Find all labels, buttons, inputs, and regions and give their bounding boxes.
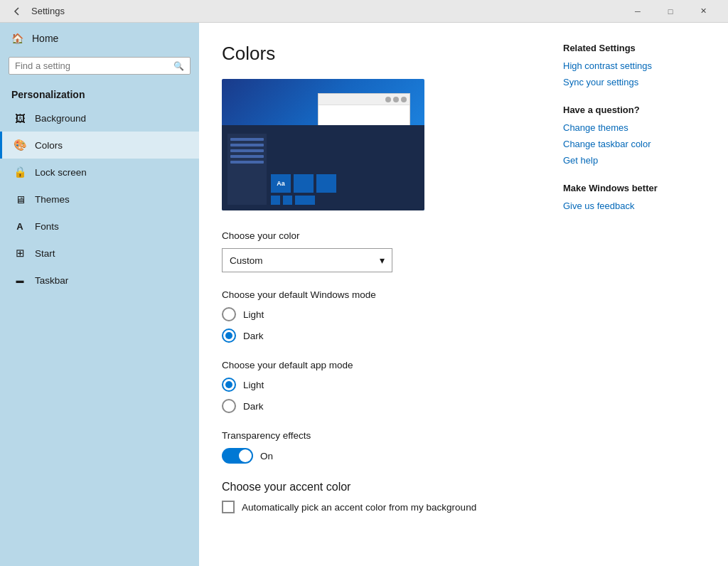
windows-mode-light[interactable]: Light xyxy=(222,307,540,321)
home-label: Home xyxy=(32,33,58,44)
color-dropdown[interactable]: Custom ▾ xyxy=(222,248,392,272)
fonts-icon: A xyxy=(14,220,26,233)
minimize-button[interactable]: ─ xyxy=(621,0,654,23)
transparency-toggle-row: On xyxy=(222,448,540,464)
color-preview: Sample Text Aa xyxy=(222,79,424,210)
app-mode-dark[interactable]: Dark xyxy=(222,399,540,413)
app-mode-label: Choose your default app mode xyxy=(222,360,540,370)
colors-icon: 🎨 xyxy=(14,139,26,151)
color-select-section: Choose your color Custom ▾ xyxy=(222,230,540,272)
sidebar-item-start[interactable]: ⊞ Start xyxy=(0,240,199,267)
preview-btn-min xyxy=(385,97,391,102)
windows-mode-section: Choose your default Windows mode Light D… xyxy=(222,289,540,343)
related-sidebar: Related Settings High contrast settings … xyxy=(563,43,705,546)
windows-dark-radio[interactable] xyxy=(222,329,236,343)
sidebar: 🏠 Home 🔍 Personalization 🖼 Background 🎨 … xyxy=(0,23,199,566)
preview-tile-row-1: Aa xyxy=(271,174,336,193)
preview-line-2 xyxy=(230,144,264,146)
sidebar-home[interactable]: 🏠 Home xyxy=(0,23,199,54)
sidebar-label-colors: Colors xyxy=(35,140,63,151)
maximize-button[interactable]: □ xyxy=(654,0,687,23)
preview-tile-2 xyxy=(294,174,314,193)
accent-checkbox-row[interactable]: Automatically pick an accent color from … xyxy=(222,501,540,513)
home-icon: 🏠 xyxy=(11,33,23,44)
sidebar-section-title: Personalization xyxy=(0,83,199,105)
preview-line-1 xyxy=(230,138,264,141)
change-themes-link[interactable]: Change themes xyxy=(563,122,705,133)
accent-section: Choose your accent color Automatically p… xyxy=(222,481,540,513)
windows-dark-label: Dark xyxy=(243,331,264,341)
windows-mode-dark[interactable]: Dark xyxy=(222,329,540,343)
back-button[interactable] xyxy=(9,3,26,20)
sidebar-item-taskbar[interactable]: ▬ Taskbar xyxy=(0,267,199,294)
windows-light-label: Light xyxy=(243,309,264,320)
sidebar-label-lock: Lock screen xyxy=(35,167,87,178)
main-layout: 🏠 Home 🔍 Personalization 🖼 Background 🎨 … xyxy=(0,23,728,566)
sync-settings-link[interactable]: Sync your settings xyxy=(563,77,705,87)
themes-icon: 🖥 xyxy=(14,193,26,205)
change-taskbar-link[interactable]: Change taskbar color xyxy=(563,139,705,149)
feedback-title: Make Windows better xyxy=(563,183,705,193)
transparency-label: Transparency effects xyxy=(222,430,540,441)
search-icon: 🔍 xyxy=(173,61,184,71)
chevron-down-icon: ▾ xyxy=(380,255,385,266)
color-select-label: Choose your color xyxy=(222,230,540,241)
preview-tile-4 xyxy=(295,196,315,205)
transparency-section: Transparency effects On xyxy=(222,430,540,464)
feedback-section: Make Windows better Give us feedback xyxy=(563,183,705,211)
windows-mode-label: Choose your default Windows mode xyxy=(222,289,540,300)
sidebar-label-start: Start xyxy=(35,248,55,259)
preview-tile-small-2 xyxy=(283,196,292,205)
preview-taskbar-area: Aa xyxy=(222,125,424,210)
high-contrast-link[interactable]: High contrast settings xyxy=(563,60,705,71)
sidebar-item-fonts[interactable]: A Fonts xyxy=(0,213,199,240)
transparency-toggle[interactable] xyxy=(222,448,253,464)
content-area: Colors Sample Text xyxy=(199,23,728,566)
app-mode-section: Choose your default app mode Light Dark xyxy=(222,360,540,413)
app-dark-label: Dark xyxy=(243,401,264,412)
related-settings-section: Related Settings High contrast settings … xyxy=(563,43,705,87)
preview-line-3 xyxy=(230,149,264,152)
app-mode-radio-group: Light Dark xyxy=(222,378,540,413)
related-settings-title: Related Settings xyxy=(563,43,705,53)
taskbar-icon: ▬ xyxy=(14,274,26,287)
preview-btn-max xyxy=(393,97,399,102)
sidebar-label-taskbar: Taskbar xyxy=(35,275,68,286)
page-title: Colors xyxy=(222,43,540,65)
preview-tile-aa: Aa xyxy=(271,174,291,193)
close-button[interactable]: ✕ xyxy=(687,0,719,23)
sidebar-item-background[interactable]: 🖼 Background xyxy=(0,105,199,132)
preview-titlebar xyxy=(318,94,410,105)
windows-light-radio[interactable] xyxy=(222,307,236,321)
titlebar: Settings ─ □ ✕ xyxy=(0,0,728,23)
sidebar-item-themes[interactable]: 🖥 Themes xyxy=(0,186,199,213)
app-light-label: Light xyxy=(243,380,264,390)
preview-line-4 xyxy=(230,155,264,158)
preview-tiles: Aa xyxy=(271,174,336,205)
sidebar-item-colors[interactable]: 🎨 Colors xyxy=(0,132,199,159)
app-light-radio[interactable] xyxy=(222,378,236,392)
windows-mode-radio-group: Light Dark xyxy=(222,307,540,343)
preview-tile-small-1 xyxy=(271,196,280,205)
windows-dark-dot xyxy=(225,332,232,339)
accent-checkbox-label: Automatically pick an accent color from … xyxy=(242,502,476,513)
preview-tile-3 xyxy=(316,174,336,193)
background-icon: 🖼 xyxy=(14,112,26,124)
search-input[interactable] xyxy=(15,60,173,71)
app-mode-light[interactable]: Light xyxy=(222,378,540,392)
feedback-link[interactable]: Give us feedback xyxy=(563,201,705,211)
transparency-value: On xyxy=(260,451,273,461)
accent-checkbox[interactable] xyxy=(222,501,235,513)
color-dropdown-value: Custom xyxy=(230,255,263,266)
sidebar-label-fonts: Fonts xyxy=(35,221,59,232)
app-dark-radio[interactable] xyxy=(222,399,236,413)
accent-title: Choose your accent color xyxy=(222,481,540,493)
sidebar-search-container: 🔍 xyxy=(9,57,191,75)
get-help-link[interactable]: Get help xyxy=(563,155,705,166)
have-question-section: Have a question? Change themes Change ta… xyxy=(563,105,705,166)
preview-sidebar xyxy=(228,134,267,205)
sidebar-item-lock-screen[interactable]: 🔒 Lock screen xyxy=(0,159,199,186)
window-controls: ─ □ ✕ xyxy=(621,0,719,23)
toggle-knob xyxy=(239,449,252,462)
have-question-title: Have a question? xyxy=(563,105,705,115)
